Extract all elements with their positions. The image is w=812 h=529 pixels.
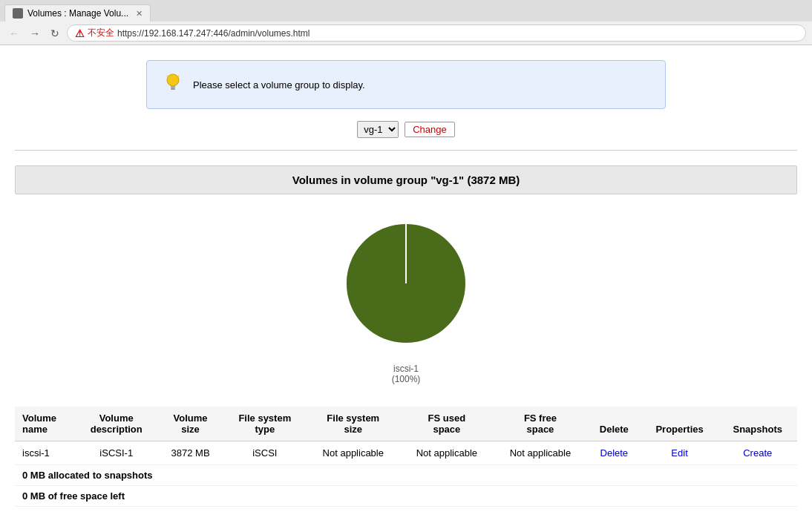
address-input[interactable]: ⚠ 不安全 https://192.168.147.247:446/admin/… xyxy=(67,24,806,42)
browser-chrome: Volumes : Manage Volu... ✕ ← → ↻ ⚠ 不安全 h… xyxy=(0,0,812,45)
freespace-footer-row: 0 MB of free space left xyxy=(15,486,797,507)
cell-fs-used: Not applicable xyxy=(400,441,494,465)
delete-link[interactable]: Delete xyxy=(600,447,629,459)
col-fs-type: File systemtype xyxy=(223,407,307,441)
svg-rect-1 xyxy=(171,86,175,88)
info-message: Please select a volume group to display. xyxy=(193,79,365,91)
col-fs-free: FS freespace xyxy=(494,407,587,441)
bulb-icon xyxy=(162,70,184,99)
page-content: Please select a volume group to display.… xyxy=(0,45,812,522)
col-fs-size: File systemsize xyxy=(307,407,400,441)
volumes-table: Volumename Volumedescription Volumesize … xyxy=(15,407,797,507)
edit-link[interactable]: Edit xyxy=(671,447,687,459)
divider xyxy=(15,150,797,151)
url-text: https://192.168.147.247:446/admin/volume… xyxy=(117,28,310,39)
cell-fs-type: iSCSI xyxy=(223,441,307,465)
vg-selector: vg-1 Change xyxy=(15,121,797,138)
active-tab[interactable]: Volumes : Manage Volu... ✕ xyxy=(4,4,151,22)
snapshots-allocated: 0 MB allocated to snapshots xyxy=(15,465,797,486)
cell-volume-description: iSCSI-1 xyxy=(75,441,157,465)
table-body: iscsi-1 iSCSI-1 3872 MB iSCSI Not applic… xyxy=(15,441,797,507)
address-bar: ← → ↻ ⚠ 不安全 https://192.168.147.247:446/… xyxy=(0,22,812,45)
free-space-left: 0 MB of free space left xyxy=(15,486,797,507)
cell-fs-size: Not applicable xyxy=(307,441,400,465)
col-volume-name: Volumename xyxy=(15,407,75,441)
cell-volume-size: 3872 MB xyxy=(157,441,223,465)
section-title: Volumes in volume group "vg-1" (3872 MB) xyxy=(292,174,520,186)
security-warning-text: 不安全 xyxy=(88,27,114,39)
svg-line-4 xyxy=(167,76,168,77)
pie-chart xyxy=(332,209,480,358)
table-header: Volumename Volumedescription Volumesize … xyxy=(15,407,797,441)
create-link[interactable]: Create xyxy=(743,447,772,459)
section-header: Volumes in volume group "vg-1" (3872 MB) xyxy=(15,165,797,194)
forward-button[interactable]: → xyxy=(27,26,43,41)
col-volume-size: Volumesize xyxy=(157,407,223,441)
info-box: Please select a volume group to display. xyxy=(146,60,666,109)
snapshots-footer-row: 0 MB allocated to snapshots xyxy=(15,465,797,486)
pie-label-percent: (100%) xyxy=(392,374,421,384)
pie-label: iscsi-1 (100%) xyxy=(392,364,421,384)
col-volume-description: Volumedescription xyxy=(75,407,157,441)
security-warning-icon: ⚠ xyxy=(75,27,85,39)
col-snapshots: Snapshots xyxy=(718,407,797,441)
chart-area: iscsi-1 (100%) xyxy=(15,209,797,384)
tab-close-icon[interactable]: ✕ xyxy=(136,9,143,19)
cell-fs-free: Not applicable xyxy=(494,441,587,465)
cell-delete[interactable]: Delete xyxy=(587,441,641,465)
table-header-row: Volumename Volumedescription Volumesize … xyxy=(15,407,797,441)
back-button[interactable]: ← xyxy=(6,26,22,41)
col-fs-used: FS usedspace xyxy=(400,407,494,441)
col-properties: Properties xyxy=(641,407,718,441)
pie-label-name: iscsi-1 xyxy=(392,364,421,374)
tab-favicon-icon xyxy=(13,8,23,19)
volume-group-select[interactable]: vg-1 xyxy=(357,121,399,138)
table-row: iscsi-1 iSCSI-1 3872 MB iSCSI Not applic… xyxy=(15,441,797,465)
svg-point-0 xyxy=(167,74,179,86)
svg-line-5 xyxy=(178,76,180,77)
cell-properties[interactable]: Edit xyxy=(641,441,718,465)
reload-button[interactable]: ↻ xyxy=(48,26,62,41)
change-button[interactable]: Change xyxy=(405,122,455,137)
tab-bar: Volumes : Manage Volu... ✕ xyxy=(0,0,812,22)
col-delete: Delete xyxy=(587,407,641,441)
cell-snapshots[interactable]: Create xyxy=(718,441,797,465)
tab-title: Volumes : Manage Volu... xyxy=(27,8,128,19)
svg-rect-2 xyxy=(171,88,175,90)
cell-volume-name: iscsi-1 xyxy=(15,441,75,465)
